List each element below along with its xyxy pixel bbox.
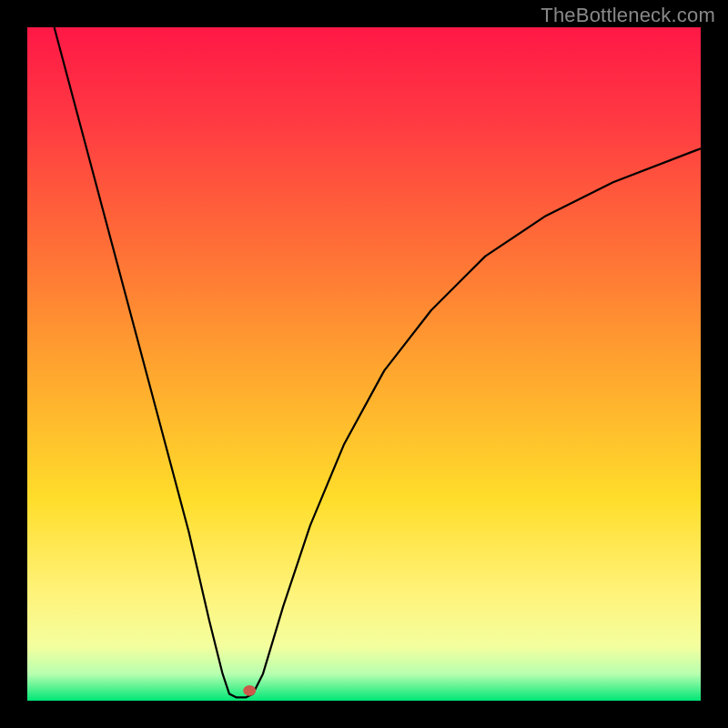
chart-svg	[27, 27, 701, 701]
gradient-background	[27, 27, 701, 701]
watermark-text: TheBottleneck.com	[541, 4, 715, 27]
chart-plot-area	[27, 27, 701, 701]
optimum-marker	[243, 685, 256, 696]
